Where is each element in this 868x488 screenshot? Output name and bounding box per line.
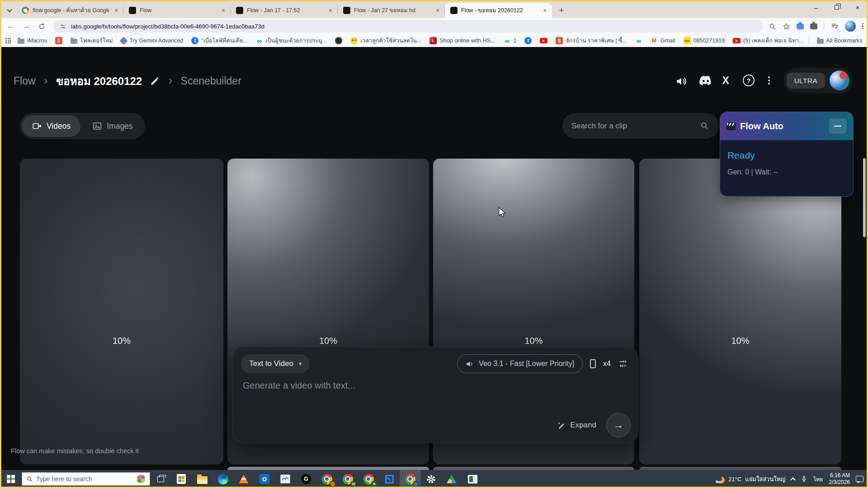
tab-close-button[interactable]: ×	[327, 7, 334, 14]
video-card[interactable]: 10%	[639, 159, 841, 465]
address-bar[interactable]: labs.google/fx/tools/flow/project/bd38bc…	[53, 20, 763, 33]
notification-icon[interactable]	[856, 476, 863, 482]
taskbar-app-green[interactable]	[462, 470, 483, 488]
restore-button[interactable]	[826, 0, 847, 14]
discord-button[interactable]	[699, 75, 709, 85]
generate-button[interactable]: →	[606, 413, 631, 437]
forward-button[interactable]: →	[20, 20, 33, 33]
breadcrumb-section[interactable]: Scenebuilder	[181, 75, 241, 87]
app-menu-icon[interactable]	[768, 76, 770, 84]
bookmark-folder[interactable]: iMacros	[14, 36, 50, 45]
bookmark-item[interactable]: ∞1	[500, 36, 519, 46]
mute-toggle-button[interactable]	[675, 75, 685, 85]
portrait-ratio-icon[interactable]	[590, 359, 596, 368]
close-button[interactable]: ×	[847, 0, 868, 14]
site-info-icon[interactable]	[60, 23, 66, 30]
bookmark-item[interactable]: f	[521, 36, 535, 46]
bookmark-item[interactable]: S	[52, 36, 66, 46]
new-tab-button[interactable]: +	[555, 4, 568, 17]
playlist-icon[interactable]	[830, 22, 839, 30]
bookmark-item[interactable]	[332, 36, 345, 46]
model-selector[interactable]: Veo 3.1 - Fast [Lower Priority]	[457, 354, 583, 373]
video-card-next-row[interactable]	[227, 467, 429, 470]
zoom-icon[interactable]	[769, 23, 776, 30]
bookmark-item[interactable]: ∞เป็นผู้ชนะด้วยการประมู...	[253, 35, 330, 47]
bookmark-item[interactable]: Try Gemini Advanced	[118, 36, 186, 45]
video-card-next-row[interactable]	[639, 467, 841, 470]
taskbar-app-chrome-1[interactable]	[316, 470, 337, 488]
reload-button[interactable]	[35, 20, 48, 33]
taskbar-app-blue[interactable]	[379, 470, 400, 488]
extensions-icon[interactable]	[810, 23, 817, 29]
bookmark-item[interactable]: เวลาลูกค้าใช้ส่วนลดใน...	[347, 35, 425, 47]
prompt-input[interactable]	[243, 380, 559, 391]
apps-grid-icon[interactable]	[5, 38, 11, 43]
weather-widget[interactable]: 21°C แจ่มใสส่วนใหญ่	[716, 474, 785, 484]
bookmark-item[interactable]: ▶	[537, 37, 551, 45]
start-button[interactable]	[0, 470, 22, 488]
browser-menu-icon[interactable]	[862, 23, 863, 30]
taskbar-search[interactable]	[22, 472, 150, 486]
project-title[interactable]: ขอหอม 20260122	[56, 72, 142, 90]
tab-images[interactable]: Images	[82, 115, 142, 137]
clip-search[interactable]	[562, 113, 719, 139]
bookmark-item[interactable]: ▶(5) เพลงเด็ก พ่อเจ นิทา...	[730, 35, 807, 47]
browser-profile-avatar[interactable]	[845, 21, 856, 32]
taskbar-app-settings[interactable]	[420, 470, 441, 488]
browser-tab[interactable]: Flow ×	[123, 3, 231, 18]
browser-tab[interactable]: Flow - Jan 17 - 17:52 ×	[231, 3, 338, 18]
back-button[interactable]: ←	[5, 20, 17, 33]
task-view-button[interactable]	[150, 470, 171, 488]
all-bookmarks-button[interactable]: All Bookmarks	[814, 36, 866, 45]
edit-title-button[interactable]	[150, 76, 160, 86]
x-twitter-button[interactable]: X	[722, 75, 729, 87]
language-indicator[interactable]: ไทย	[813, 475, 823, 483]
taskbar-app-chrome-active[interactable]	[400, 470, 420, 488]
minimize-button[interactable]: –	[806, 0, 826, 14]
bookmark-folder[interactable]: โฟลเดอร์ใหม่	[67, 35, 116, 47]
avatar[interactable]	[830, 70, 849, 90]
video-card-next-row[interactable]	[433, 467, 634, 470]
tab-close-button[interactable]: ×	[541, 7, 548, 14]
taskbar-app-outlook[interactable]: O	[254, 470, 275, 488]
tray-expand-icon[interactable]	[791, 477, 796, 482]
taskbar-app-chrome-3[interactable]: N	[358, 470, 379, 488]
taskbar-app-explorer[interactable]	[192, 470, 212, 488]
help-button[interactable]: ?	[743, 75, 755, 86]
taskbar-app-edge[interactable]	[212, 470, 233, 488]
flow-auto-header[interactable]: Flow Auto	[720, 112, 853, 140]
plan-badge[interactable]: ULTRA	[787, 73, 825, 89]
taskbar-app-chrome-2[interactable]: SJ	[337, 470, 358, 488]
taskbar-app-vlc[interactable]	[233, 470, 254, 488]
taskbar-app-store[interactable]	[171, 470, 192, 488]
video-card[interactable]: 10%	[20, 159, 223, 465]
tab-close-button[interactable]: ×	[434, 7, 441, 14]
browser-tab-active[interactable]: Flow - ขอหอม 20260122 ×	[445, 3, 552, 18]
bookmark-item[interactable]: Sจักรบ้าน ราคาพิเศษ | ซื้...	[552, 35, 630, 47]
scrollbar[interactable]	[863, 158, 866, 237]
breadcrumb-root[interactable]: Flow	[14, 75, 36, 87]
tab-close-button[interactable]: ×	[113, 7, 120, 14]
bookmark-item[interactable]: f"เบื่อไลฟ์ที่คนเดีย...	[188, 35, 250, 47]
expand-button[interactable]: Expand	[557, 421, 596, 430]
taskbar-app-logitech[interactable]: G	[296, 470, 316, 488]
bookmark-item[interactable]: LShop online with HS...	[426, 36, 498, 46]
tab-search-button[interactable]	[3, 4, 16, 17]
microphone-icon[interactable]	[801, 475, 807, 483]
bookmark-item[interactable]: MGmail	[647, 36, 679, 46]
taskbar-search-input[interactable]	[36, 475, 133, 483]
clock[interactable]: 6:16 AM 2/3/2026	[829, 472, 850, 486]
browser-tab[interactable]: flow google - ค้นหาด้วย Google ×	[16, 3, 123, 18]
tab-close-button[interactable]: ×	[220, 7, 227, 14]
output-count[interactable]: x4	[603, 360, 611, 368]
taskbar-app-taskmanager[interactable]	[275, 470, 296, 488]
tab-videos[interactable]: Videos	[22, 115, 80, 137]
taskbar-app-drive[interactable]	[441, 470, 462, 488]
clip-search-input[interactable]	[571, 122, 695, 131]
flow-auto-minimize-button[interactable]	[829, 118, 847, 134]
settings-sliders-icon[interactable]	[618, 359, 628, 369]
generation-mode-dropdown[interactable]: Text to Video ▾	[241, 354, 310, 373]
extension-pin-icon[interactable]	[797, 23, 804, 29]
bookmark-item[interactable]: Yale0850271919	[680, 36, 728, 46]
bookmark-item[interactable]: ∞	[632, 36, 646, 46]
